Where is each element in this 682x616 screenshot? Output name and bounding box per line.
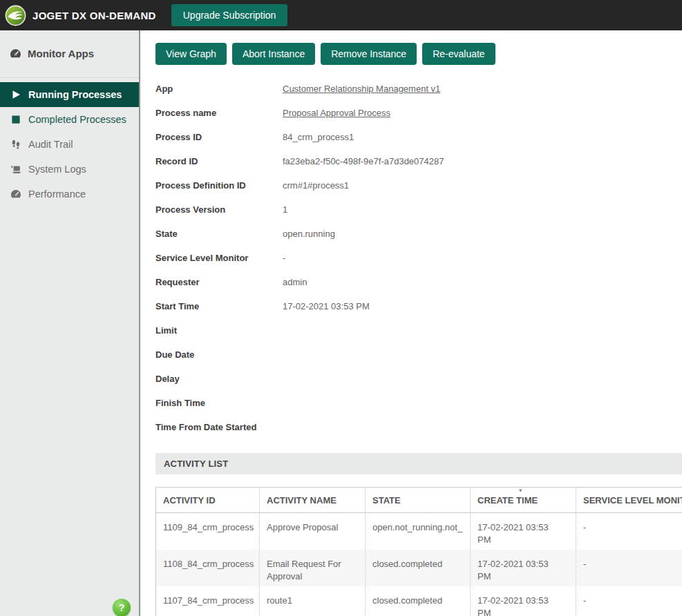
column-header-create-time[interactable]: ▾CREATE TIME <box>471 488 576 513</box>
field-row-app: AppCustomer Relationship Management v1 <box>155 77 682 101</box>
logs-icon <box>10 164 21 175</box>
sidebar-item-system-logs[interactable]: System Logs <box>0 157 139 182</box>
sort-icon: ▾ <box>519 488 522 494</box>
sidebar-item-label: System Logs <box>28 164 86 175</box>
top-bar: JOGET DX ON-DEMAND Upgrade Subscription <box>0 0 682 30</box>
column-header-activity-id[interactable]: ACTIVITY ID <box>156 488 260 513</box>
field-row-finish-time: Finish Time <box>155 391 682 415</box>
field-label: Service Level Monitor <box>155 253 283 263</box>
column-header-service-level-monitor[interactable]: SERVICE LEVEL MONITOR <box>576 488 682 513</box>
upgrade-subscription-button[interactable]: Upgrade Subscription <box>171 4 288 26</box>
square-icon <box>10 114 21 125</box>
activity-cell-id[interactable]: 1108_84_crm_process <box>156 550 260 586</box>
gauge-icon <box>10 48 21 59</box>
field-label: Process ID <box>155 132 283 142</box>
sidebar-item-label: Performance <box>28 189 86 200</box>
column-header-label: CREATE TIME <box>477 495 538 506</box>
abort-instance-button[interactable]: Abort Instance <box>232 43 315 65</box>
joget-logo-icon <box>5 5 26 26</box>
field-row-process-version: Process Version1 <box>155 198 682 222</box>
sidebar-header-label: Monitor Apps <box>28 48 94 59</box>
main-content: View GraphAbort InstanceRemove InstanceR… <box>140 30 682 616</box>
field-row-process-name: Process nameProposal Approval Process <box>155 101 682 125</box>
brand-home-link[interactable]: JOGET DX ON-DEMAND <box>4 5 156 26</box>
activity-cell-state[interactable]: open.not_running.not_ <box>366 513 471 550</box>
activity-cell-state[interactable]: closed.completed <box>366 586 471 616</box>
activity-row[interactable]: 1108_84_crm_processEmail Request For App… <box>156 550 682 586</box>
sidebar: Monitor Apps Running ProcessesCompleted … <box>0 30 140 616</box>
field-value: - <box>283 253 285 263</box>
play-icon <box>10 89 21 100</box>
field-row-record-id: Record IDfa23eba2-f50c-498f-9e7f-a7d3de0… <box>155 149 682 173</box>
activity-table-header-row: ACTIVITY IDACTIVITY NAMESTATE▾CREATE TIM… <box>156 488 682 513</box>
activity-cell-service-level[interactable]: - <box>576 550 682 586</box>
field-row-state: Stateopen.running <box>155 222 682 246</box>
field-value: 84_crm_process1 <box>283 132 354 142</box>
field-row-service-level-monitor: Service Level Monitor- <box>155 246 682 270</box>
activity-table: ACTIVITY IDACTIVITY NAMESTATE▾CREATE TIM… <box>155 487 682 616</box>
app-title: JOGET DX ON-DEMAND <box>32 10 156 21</box>
sidebar-item-label: Running Processes <box>28 89 122 100</box>
process-details: AppCustomer Relationship Management v1Pr… <box>155 77 682 439</box>
column-header-label: ACTIVITY NAME <box>267 495 337 506</box>
field-row-due-date: Due Date <box>155 343 682 367</box>
activity-row[interactable]: 1109_84_crm_processApprove Proposalopen.… <box>156 513 682 550</box>
gauge-icon <box>10 189 21 200</box>
activity-cell-service-level[interactable]: - <box>576 586 682 616</box>
view-graph-button[interactable]: View Graph <box>155 43 227 65</box>
activity-table-body: 1109_84_crm_processApprove Proposalopen.… <box>156 513 682 616</box>
activity-cell-service-level[interactable]: - <box>576 513 682 550</box>
activity-cell-create-time[interactable]: 17-02-2021 03:53 PM <box>471 586 576 616</box>
field-label: App <box>155 84 283 94</box>
activity-cell-name[interactable]: Approve Proposal <box>260 513 366 550</box>
field-label: Process Definition ID <box>155 180 283 191</box>
activity-list-header-bar: ACTIVITY LIST <box>155 453 682 474</box>
footprints-icon <box>10 139 21 150</box>
field-row-limit: Limit <box>155 318 682 343</box>
field-value-link[interactable]: Customer Relationship Management v1 <box>283 84 440 94</box>
field-label: Process name <box>155 108 283 118</box>
activity-cell-create-time[interactable]: 17-02-2021 03:53 PM <box>471 513 576 550</box>
column-header-label: STATE <box>372 495 401 506</box>
field-row-time-from-date-started: Time From Date Started <box>155 415 682 439</box>
field-value: fa23eba2-f50c-498f-9e7f-a7d3de074287 <box>283 156 444 166</box>
activity-table-wrap: ACTIVITY IDACTIVITY NAMESTATE▾CREATE TIM… <box>155 487 682 616</box>
column-header-label: ACTIVITY ID <box>163 495 216 506</box>
sidebar-item-audit-trail[interactable]: Audit Trail <box>0 132 139 157</box>
activity-cell-name[interactable]: route1 <box>260 586 366 616</box>
activity-row[interactable]: 1107_84_crm_processroute1closed.complete… <box>156 586 682 616</box>
sidebar-menu: Running ProcessesCompleted ProcessesAudi… <box>0 82 139 206</box>
re-evaluate-button[interactable]: Re-evaluate <box>422 43 495 65</box>
field-row-requester: Requesteradmin <box>155 270 682 294</box>
sidebar-item-running-processes[interactable]: Running Processes <box>0 82 139 107</box>
field-label: Process Version <box>155 204 283 215</box>
sidebar-item-performance[interactable]: Performance <box>0 182 139 206</box>
field-label: Start Time <box>155 301 283 311</box>
help-button[interactable]: ? <box>113 599 131 616</box>
field-label: Due Date <box>155 349 283 360</box>
activity-cell-state[interactable]: closed.completed <box>366 550 471 586</box>
column-header-state[interactable]: STATE <box>366 488 471 513</box>
field-row-delay: Delay <box>155 367 682 391</box>
field-label: Delay <box>155 374 283 384</box>
field-value-link[interactable]: Proposal Approval Process <box>283 108 390 118</box>
column-header-label: SERVICE LEVEL MONITOR <box>583 495 682 506</box>
activity-cell-id[interactable]: 1109_84_crm_process <box>156 513 260 550</box>
field-value: 17-02-2021 03:53 PM <box>283 301 370 311</box>
activity-cell-name[interactable]: Email Request For Approval <box>260 550 366 586</box>
sidebar-item-label: Completed Processes <box>28 114 126 125</box>
activity-cell-create-time[interactable]: 17-02-2021 03:53 PM <box>471 550 576 586</box>
sidebar-item-completed-processes[interactable]: Completed Processes <box>0 107 139 132</box>
field-row-process-id: Process ID84_crm_process1 <box>155 125 682 149</box>
remove-instance-button[interactable]: Remove Instance <box>321 43 417 65</box>
field-row-start-time: Start Time17-02-2021 03:53 PM <box>155 294 682 318</box>
activity-cell-id[interactable]: 1107_84_crm_process <box>156 586 260 616</box>
field-label: State <box>155 229 283 239</box>
field-value: admin <box>283 277 307 287</box>
process-toolbar: View GraphAbort InstanceRemove InstanceR… <box>155 43 682 65</box>
sidebar-item-label: Audit Trail <box>28 139 73 150</box>
field-label: Limit <box>155 325 283 336</box>
column-header-activity-name[interactable]: ACTIVITY NAME <box>260 488 366 513</box>
field-label: Requester <box>155 277 283 287</box>
field-value: 1 <box>283 204 287 215</box>
